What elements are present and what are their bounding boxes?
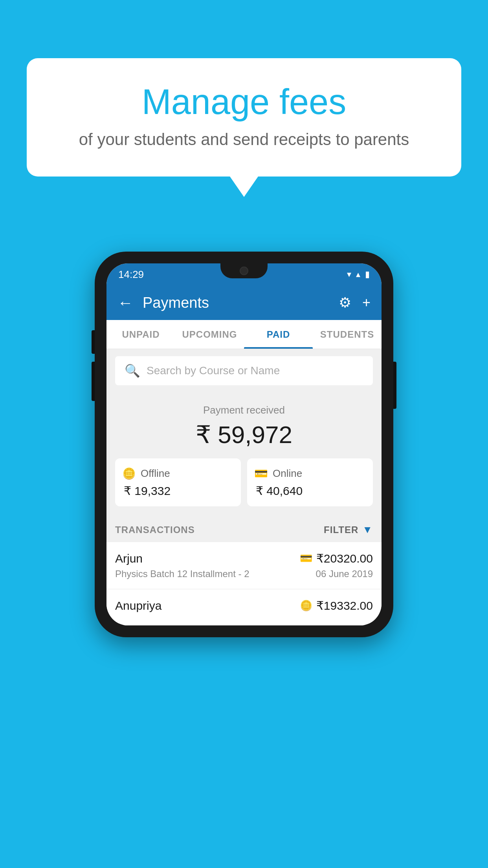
offline-amount: ₹ 19,332 — [122, 484, 171, 498]
offline-payment-card: 🪙 Offline ₹ 19,332 — [115, 458, 241, 506]
back-button[interactable]: ← — [117, 294, 133, 312]
tab-upcoming[interactable]: UPCOMING — [175, 320, 244, 349]
volume-button-1 — [92, 330, 95, 354]
transaction-name: Arjun — [115, 552, 143, 565]
offline-icon: 🪙 — [300, 600, 312, 612]
search-placeholder-text: Search by Course or Name — [147, 364, 280, 377]
offline-payment-icon: 🪙 — [122, 467, 136, 480]
offline-label: Offline — [141, 467, 170, 480]
filter-icon: ▼ — [362, 524, 373, 536]
payment-total-amount: ₹ 59,972 — [115, 420, 373, 449]
tab-unpaid[interactable]: UNPAID — [106, 320, 175, 349]
speech-bubble: Manage fees of your students and send re… — [27, 58, 461, 177]
online-label: Online — [273, 467, 302, 480]
transaction-amount: ₹20320.00 — [316, 552, 373, 565]
transaction-row-top: Arjun 💳 ₹20320.00 — [115, 552, 373, 565]
transaction-course: Physics Batch 12 Installment - 2 — [115, 568, 249, 579]
signal-icon: ▴ — [356, 269, 360, 280]
filter-label: FILTER — [324, 524, 358, 535]
transaction-date: 06 June 2019 — [316, 568, 373, 579]
transaction-row-bottom: Physics Batch 12 Installment - 2 06 June… — [115, 568, 373, 579]
phone-screen: 14:29 ▾ ▴ ▮ ← Payments ⚙ + — [106, 263, 382, 625]
header-actions: ⚙ + — [339, 294, 371, 311]
transaction-row-top: Anupriya 🪙 ₹19332.00 — [115, 599, 373, 612]
transaction-amount-wrapper: 💳 ₹20320.00 — [300, 552, 373, 565]
header-title: Payments — [143, 294, 329, 311]
transaction-name: Anupriya — [115, 599, 161, 612]
phone-mockup: 14:29 ▾ ▴ ▮ ← Payments ⚙ + — [95, 252, 393, 637]
online-amount: ₹ 40,640 — [254, 484, 303, 498]
add-payment-button[interactable]: + — [362, 294, 371, 311]
wifi-icon: ▾ — [347, 269, 351, 280]
speech-bubble-container: Manage fees of your students and send re… — [27, 58, 461, 177]
speech-bubble-title: Manage fees — [46, 82, 442, 122]
offline-card-header: 🪙 Offline — [122, 467, 170, 480]
search-icon: 🔍 — [125, 363, 140, 378]
app-header: ← Payments ⚙ + — [106, 285, 382, 320]
online-payment-icon: 💳 — [254, 467, 268, 480]
online-card-header: 💳 Online — [254, 467, 302, 480]
tab-paid[interactable]: PAID — [244, 320, 313, 349]
search-bar[interactable]: 🔍 Search by Course or Name — [115, 356, 373, 385]
transaction-list: Arjun 💳 ₹20320.00 Physics Batch 12 Insta… — [106, 542, 382, 625]
transactions-label: TRANSACTIONS — [115, 524, 195, 535]
battery-icon: ▮ — [365, 269, 370, 280]
filter-button[interactable]: FILTER ▼ — [324, 524, 373, 536]
background: Manage fees of your students and send re… — [0, 0, 488, 868]
payment-received-label: Payment received — [115, 404, 373, 416]
transaction-row[interactable]: Anupriya 🪙 ₹19332.00 — [106, 589, 382, 625]
volume-button-2 — [92, 362, 95, 401]
transaction-row[interactable]: Arjun 💳 ₹20320.00 Physics Batch 12 Insta… — [106, 542, 382, 589]
front-camera — [240, 267, 248, 275]
speech-bubble-subtitle: of your students and send receipts to pa… — [46, 130, 442, 149]
settings-icon[interactable]: ⚙ — [339, 294, 351, 311]
tabs-bar: UNPAID UPCOMING PAID STUDENTS — [106, 320, 382, 349]
power-button — [393, 362, 396, 409]
phone-notch — [220, 263, 268, 278]
transaction-amount-wrapper: 🪙 ₹19332.00 — [300, 599, 373, 612]
transaction-amount: ₹19332.00 — [316, 599, 373, 612]
online-payment-card: 💳 Online ₹ 40,640 — [247, 458, 373, 506]
online-icon: 💳 — [300, 552, 312, 565]
transactions-header: TRANSACTIONS FILTER ▼ — [106, 515, 382, 542]
status-icons: ▾ ▴ ▮ — [347, 269, 370, 280]
status-time: 14:29 — [118, 268, 144, 281]
search-container: 🔍 Search by Course or Name — [106, 349, 382, 392]
payment-summary: Payment received ₹ 59,972 🪙 Offline ₹ 19… — [106, 392, 382, 515]
payment-cards: 🪙 Offline ₹ 19,332 💳 Online ₹ 40,640 — [115, 458, 373, 506]
tab-students[interactable]: STUDENTS — [313, 320, 382, 349]
